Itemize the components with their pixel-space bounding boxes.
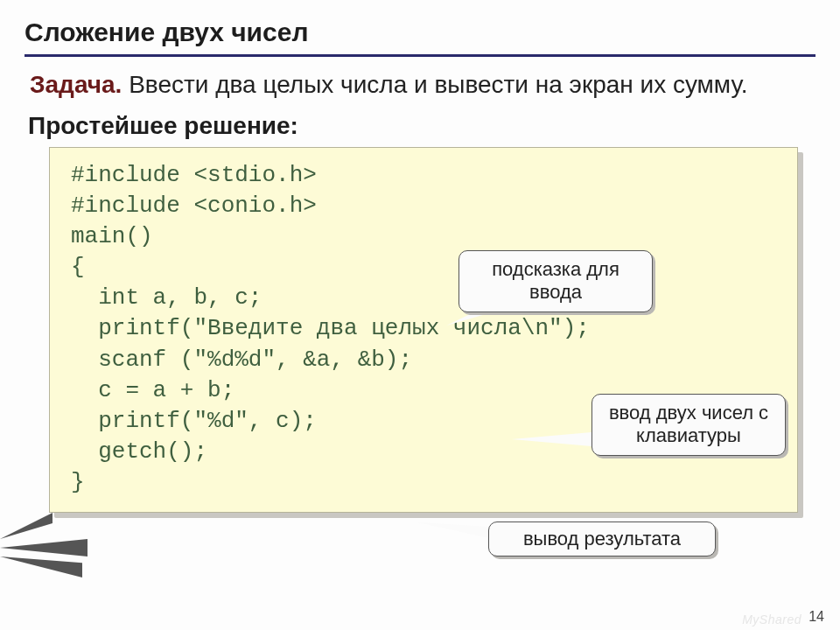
task-paragraph: Задача. Ввести два целых числа и вывести… (24, 69, 816, 100)
callout-tail (0, 556, 82, 578)
callout-hint: подсказка для ввода (458, 250, 653, 312)
callout-input: ввод двух чисел с клавиатуры (592, 394, 786, 456)
task-label: Задача. (30, 71, 122, 98)
watermark: MyShared (742, 612, 802, 626)
code-container: #include <stdio.h> #include <conio.h> ma… (49, 147, 798, 513)
task-text: Ввести два целых числа и вывести на экра… (122, 71, 747, 98)
solution-subheader: Простейшее решение: (24, 112, 816, 140)
code-block: #include <stdio.h> #include <conio.h> ma… (49, 147, 798, 513)
slide-title: Сложение двух чисел (24, 18, 816, 57)
page-number: 14 (808, 609, 824, 625)
callout-tail (0, 513, 52, 539)
callout-tail (0, 539, 88, 556)
callout-tail (413, 522, 490, 539)
callout-output: вывод результата (488, 522, 716, 556)
